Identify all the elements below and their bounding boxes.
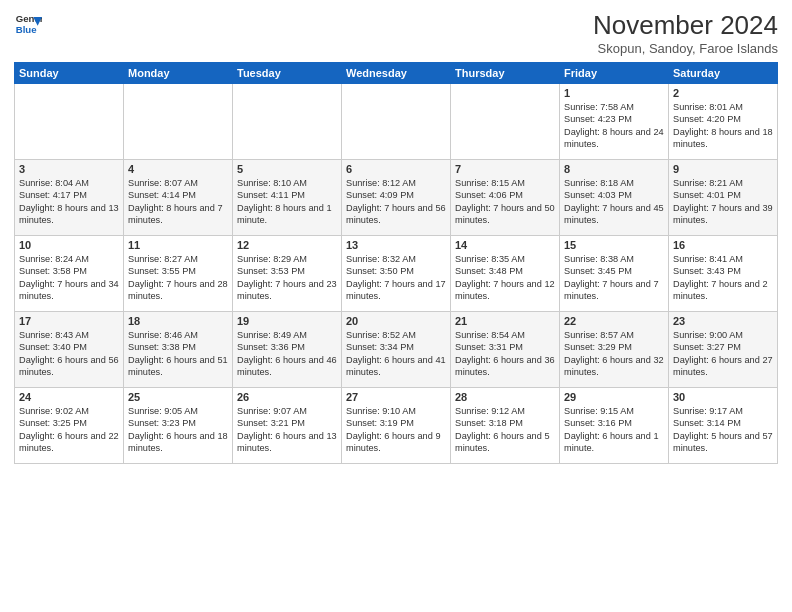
day-info-line: Daylight: 7 hours and 17 minutes. [346,278,446,303]
day-info-line: Sunset: 3:34 PM [346,341,446,353]
day-info-line: Sunset: 3:21 PM [237,417,337,429]
day-info-line: Daylight: 7 hours and 39 minutes. [673,202,773,227]
header: General Blue November 2024 Skopun, Sando… [14,10,778,56]
day-info-line: Daylight: 7 hours and 2 minutes. [673,278,773,303]
calendar-week-row: 3Sunrise: 8:04 AMSunset: 4:17 PMDaylight… [15,160,778,236]
day-info-line: Daylight: 7 hours and 45 minutes. [564,202,664,227]
day-info-line: Sunrise: 8:12 AM [346,177,446,189]
day-info-line: Sunset: 4:06 PM [455,189,555,201]
main-title: November 2024 [593,10,778,41]
calendar-cell: 13Sunrise: 8:32 AMSunset: 3:50 PMDayligh… [342,236,451,312]
calendar-cell: 29Sunrise: 9:15 AMSunset: 3:16 PMDayligh… [560,388,669,464]
day-info-line: Sunset: 3:31 PM [455,341,555,353]
calendar-cell [233,84,342,160]
calendar-cell: 3Sunrise: 8:04 AMSunset: 4:17 PMDaylight… [15,160,124,236]
calendar-cell: 17Sunrise: 8:43 AMSunset: 3:40 PMDayligh… [15,312,124,388]
day-info-line: Sunrise: 8:52 AM [346,329,446,341]
col-monday: Monday [124,63,233,84]
day-info-line: Daylight: 7 hours and 23 minutes. [237,278,337,303]
day-info-line: Daylight: 8 hours and 13 minutes. [19,202,119,227]
day-info-line: Sunrise: 8:29 AM [237,253,337,265]
day-info-line: Daylight: 6 hours and 46 minutes. [237,354,337,379]
day-info-line: Sunrise: 8:41 AM [673,253,773,265]
day-info-line: Daylight: 8 hours and 1 minute. [237,202,337,227]
col-sunday: Sunday [15,63,124,84]
day-info-line: Sunset: 3:53 PM [237,265,337,277]
logo-icon: General Blue [14,10,42,38]
logo: General Blue [14,10,42,38]
calendar-cell: 9Sunrise: 8:21 AMSunset: 4:01 PMDaylight… [669,160,778,236]
day-info-line: Daylight: 6 hours and 18 minutes. [128,430,228,455]
day-info-line: Sunrise: 8:32 AM [346,253,446,265]
day-info-line: Sunrise: 8:01 AM [673,101,773,113]
calendar-cell [15,84,124,160]
calendar-week-row: 1Sunrise: 7:58 AMSunset: 4:23 PMDaylight… [15,84,778,160]
calendar-cell: 20Sunrise: 8:52 AMSunset: 3:34 PMDayligh… [342,312,451,388]
day-info-line: Sunset: 3:43 PM [673,265,773,277]
day-info-line: Sunrise: 9:10 AM [346,405,446,417]
calendar-cell: 11Sunrise: 8:27 AMSunset: 3:55 PMDayligh… [124,236,233,312]
calendar-week-row: 10Sunrise: 8:24 AMSunset: 3:58 PMDayligh… [15,236,778,312]
day-info-line: Sunrise: 8:18 AM [564,177,664,189]
day-info-line: Sunrise: 9:15 AM [564,405,664,417]
day-number: 14 [455,239,555,251]
subtitle: Skopun, Sandoy, Faroe Islands [593,41,778,56]
day-info-line: Sunrise: 8:38 AM [564,253,664,265]
day-info-line: Sunset: 3:18 PM [455,417,555,429]
day-info-line: Sunset: 3:25 PM [19,417,119,429]
day-number: 23 [673,315,773,327]
day-info-line: Daylight: 6 hours and 22 minutes. [19,430,119,455]
day-info-line: Sunset: 3:19 PM [346,417,446,429]
col-thursday: Thursday [451,63,560,84]
day-info-line: Sunset: 3:58 PM [19,265,119,277]
day-number: 30 [673,391,773,403]
day-number: 17 [19,315,119,327]
calendar-cell: 4Sunrise: 8:07 AMSunset: 4:14 PMDaylight… [124,160,233,236]
calendar-week-row: 17Sunrise: 8:43 AMSunset: 3:40 PMDayligh… [15,312,778,388]
day-info-line: Sunset: 4:20 PM [673,113,773,125]
day-number: 6 [346,163,446,175]
day-number: 27 [346,391,446,403]
calendar-cell [342,84,451,160]
day-info-line: Sunrise: 8:27 AM [128,253,228,265]
day-info-line: Sunrise: 9:00 AM [673,329,773,341]
calendar-cell: 26Sunrise: 9:07 AMSunset: 3:21 PMDayligh… [233,388,342,464]
day-info-line: Sunrise: 8:07 AM [128,177,228,189]
day-info-line: Daylight: 7 hours and 28 minutes. [128,278,228,303]
day-number: 10 [19,239,119,251]
day-info-line: Sunset: 3:27 PM [673,341,773,353]
day-info-line: Sunrise: 7:58 AM [564,101,664,113]
day-number: 16 [673,239,773,251]
calendar-cell: 15Sunrise: 8:38 AMSunset: 3:45 PMDayligh… [560,236,669,312]
day-info-line: Daylight: 6 hours and 5 minutes. [455,430,555,455]
day-info-line: Sunset: 3:29 PM [564,341,664,353]
day-info-line: Daylight: 6 hours and 32 minutes. [564,354,664,379]
calendar-cell: 27Sunrise: 9:10 AMSunset: 3:19 PMDayligh… [342,388,451,464]
day-info-line: Sunset: 4:23 PM [564,113,664,125]
calendar-cell [124,84,233,160]
calendar-cell: 14Sunrise: 8:35 AMSunset: 3:48 PMDayligh… [451,236,560,312]
day-info-line: Daylight: 6 hours and 27 minutes. [673,354,773,379]
day-info-line: Sunset: 3:38 PM [128,341,228,353]
calendar-cell: 8Sunrise: 8:18 AMSunset: 4:03 PMDaylight… [560,160,669,236]
day-number: 26 [237,391,337,403]
day-number: 18 [128,315,228,327]
day-info-line: Sunrise: 9:17 AM [673,405,773,417]
calendar-cell: 12Sunrise: 8:29 AMSunset: 3:53 PMDayligh… [233,236,342,312]
page: General Blue November 2024 Skopun, Sando… [0,0,792,612]
day-number: 21 [455,315,555,327]
day-info-line: Daylight: 6 hours and 1 minute. [564,430,664,455]
day-info-line: Daylight: 8 hours and 24 minutes. [564,126,664,151]
col-friday: Friday [560,63,669,84]
calendar-cell: 18Sunrise: 8:46 AMSunset: 3:38 PMDayligh… [124,312,233,388]
day-info-line: Daylight: 8 hours and 18 minutes. [673,126,773,151]
day-number: 12 [237,239,337,251]
day-number: 22 [564,315,664,327]
day-info-line: Sunset: 3:36 PM [237,341,337,353]
svg-text:Blue: Blue [16,24,37,35]
day-info-line: Sunrise: 9:05 AM [128,405,228,417]
day-number: 7 [455,163,555,175]
day-info-line: Daylight: 6 hours and 56 minutes. [19,354,119,379]
calendar-cell: 6Sunrise: 8:12 AMSunset: 4:09 PMDaylight… [342,160,451,236]
day-info-line: Daylight: 6 hours and 13 minutes. [237,430,337,455]
